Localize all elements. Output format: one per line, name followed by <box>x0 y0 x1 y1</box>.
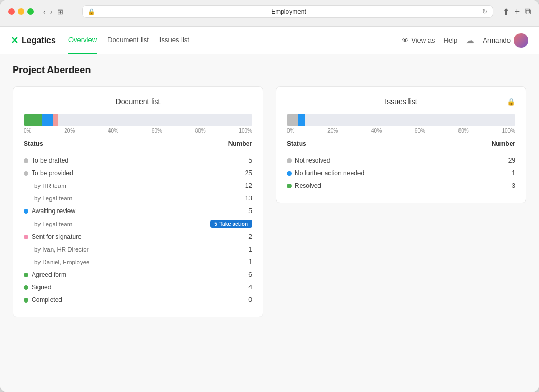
nav-document-list[interactable]: Document list <box>107 27 149 54</box>
row-label: Sent for signature <box>32 233 82 240</box>
share-button[interactable]: ⬆ <box>503 7 510 17</box>
row-label: Agreed form <box>32 271 66 278</box>
browser-chrome: ‹ › ⊞ 🔒 Employment ↻ ⬆ + ⧉ <box>0 0 539 27</box>
bar-label-40: 40% <box>371 128 382 134</box>
status-dot-gray <box>287 158 292 163</box>
row-left: No further action needed <box>287 169 364 177</box>
row-label: No further action needed <box>295 169 364 177</box>
doc-seg-green <box>24 114 42 126</box>
minimize-button[interactable] <box>18 8 24 15</box>
issues-list-title: Issues list <box>385 97 417 106</box>
bar-label-100: 100% <box>238 128 252 134</box>
bar-label-100: 100% <box>502 128 515 134</box>
row-left: To be drafted <box>24 157 68 164</box>
issues-bar-labels: 0% 20% 40% 60% 80% 100% <box>287 128 515 134</box>
row-number: 13 <box>245 195 252 202</box>
row-left: Agreed form <box>24 271 66 278</box>
issues-table-header: Status Number <box>287 140 515 152</box>
table-row: To be provided 25 <box>24 167 252 179</box>
row-label: Completed <box>32 296 62 304</box>
badge-label: Take action <box>219 221 248 227</box>
row-number: 3 <box>512 182 515 189</box>
issues-list-panel: Issues list 🔒 0% 20% 40% 60% <box>276 86 526 203</box>
table-row: by Legal team 5 Take action <box>24 217 252 230</box>
issues-header-number: Number <box>492 140 515 147</box>
status-dot-green <box>24 273 28 277</box>
document-bar-chart: 0% 20% 40% 60% 80% 100% <box>24 114 252 134</box>
view-as-button[interactable]: 👁 View as <box>402 36 435 44</box>
issues-bar-chart: 0% 20% 40% 60% 80% 100% <box>287 114 515 134</box>
close-button[interactable] <box>8 8 15 15</box>
take-action-badge[interactable]: 5 Take action <box>210 220 252 228</box>
nav-overview[interactable]: Overview <box>68 27 97 54</box>
row-label: by Legal team <box>34 221 72 227</box>
row-label: Resolved <box>295 182 321 189</box>
document-table: Status Number To be drafted 5 <box>24 140 252 306</box>
row-number: 1 <box>248 258 252 266</box>
address-bar[interactable]: 🔒 Employment ↻ <box>82 5 493 18</box>
table-row: by Ivan, HR Director 1 <box>24 243 252 256</box>
document-list-title: Document list <box>24 97 252 106</box>
maximize-button[interactable] <box>27 8 34 15</box>
row-label: by Daniel, Employee <box>34 259 89 265</box>
table-row: Resolved 3 <box>287 179 515 192</box>
row-left: To be provided <box>24 169 73 177</box>
bar-label-20: 20% <box>64 128 75 134</box>
doc-seg-pink <box>53 114 58 126</box>
tabs-button[interactable]: ⧉ <box>525 7 531 17</box>
doc-table-header: Status Number <box>24 140 252 152</box>
doc-seg-empty <box>58 114 252 126</box>
row-number: 0 <box>248 296 252 304</box>
doc-header-number: Number <box>228 140 252 147</box>
row-number: 29 <box>508 157 515 164</box>
issues-bar-track <box>287 114 515 126</box>
nav-links: Overview Document list Issues list <box>68 27 189 54</box>
row-number: 1 <box>248 246 252 253</box>
table-row: Completed 0 <box>24 294 252 306</box>
row-left: Awaiting review <box>24 207 75 215</box>
lock-icon: 🔒 <box>88 8 95 15</box>
bar-label-80: 80% <box>458 128 469 134</box>
doc-header-status: Status <box>24 140 43 147</box>
row-number: 5 <box>248 157 252 164</box>
issues-panel-header: Issues list 🔒 <box>287 97 515 106</box>
lock-icon: 🔒 <box>507 98 515 106</box>
help-button[interactable]: Help <box>444 36 458 44</box>
app-navbar: ✕ Legatics Overview Document list Issues… <box>0 27 539 54</box>
row-label: To be provided <box>32 169 73 177</box>
forward-button[interactable]: › <box>50 7 53 16</box>
nav-right: 👁 View as Help ☁ Armando <box>402 33 528 48</box>
issue-seg-blue <box>298 114 305 126</box>
browser-controls: ‹ › <box>43 7 52 16</box>
eye-icon: 👁 <box>402 36 409 44</box>
back-button[interactable]: ‹ <box>43 7 46 16</box>
view-as-label: View as <box>411 36 435 44</box>
user-area[interactable]: Armando <box>483 33 528 48</box>
row-label: Signed <box>32 284 51 291</box>
row-left: Completed <box>24 296 62 304</box>
table-row: by HR team 12 <box>24 179 252 192</box>
row-left: Not resolved <box>287 157 330 164</box>
status-dot-green <box>24 285 28 290</box>
logo-icon: ✕ <box>11 35 18 46</box>
status-dot-gray <box>24 158 28 163</box>
row-label: by Ivan, HR Director <box>34 246 89 253</box>
username-label: Armando <box>483 36 511 44</box>
row-number: 12 <box>245 182 252 189</box>
sidebar-toggle[interactable]: ⊞ <box>57 8 63 16</box>
nav-issues-list[interactable]: Issues list <box>159 27 189 54</box>
cloud-icon[interactable]: ☁ <box>466 35 474 45</box>
row-number: 2 <box>248 233 252 240</box>
bar-label-60: 60% <box>152 128 162 134</box>
new-tab-button[interactable]: + <box>515 7 520 17</box>
status-dot-blue <box>287 171 292 176</box>
table-row: Awaiting review 5 <box>24 205 252 217</box>
bar-label-0: 0% <box>287 128 294 134</box>
row-label: To be drafted <box>32 157 68 164</box>
reload-icon[interactable]: ↻ <box>482 8 487 15</box>
row-left: Sent for signature <box>24 233 82 240</box>
row-label: by HR team <box>34 183 66 189</box>
bar-label-80: 80% <box>195 128 206 134</box>
panels-row: Document list 0% 20% 40% 60% 80% <box>13 86 526 317</box>
status-dot-gray <box>24 171 28 176</box>
